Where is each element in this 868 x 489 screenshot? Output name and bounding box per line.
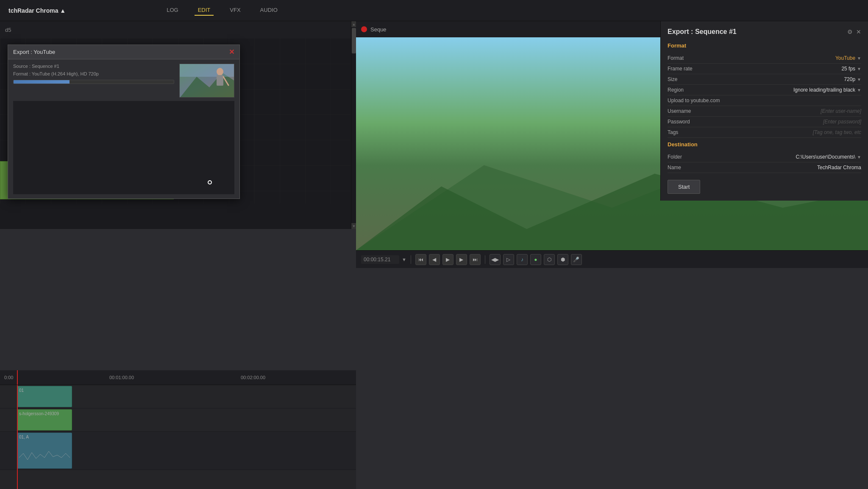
scroll-thumb[interactable] — [352, 28, 356, 53]
preview-title-bar: d5 — [0, 21, 356, 38]
track-label-v2: s-holgersson-249309 — [19, 411, 59, 416]
play-btn[interactable]: ▶ — [442, 254, 453, 265]
timeline-ruler: 0:00 00:01:00.00 00:02:00.00 00:03:00.00… — [0, 370, 356, 385]
start-button[interactable]: Start — [668, 180, 700, 194]
timeline-marker-0: 0:00 — [4, 375, 13, 380]
volume-btn[interactable]: ◀▶ — [490, 254, 501, 265]
destination-section-label: Destination — [668, 141, 861, 148]
region-label: Region — [668, 87, 684, 93]
record-btn[interactable]: ● — [530, 254, 541, 265]
in-btn[interactable]: ⬡ — [544, 254, 555, 265]
format-dropdown-arrow[interactable]: ▼ — [857, 56, 861, 61]
timecode-dropdown[interactable]: ▼ — [402, 257, 406, 262]
export-youtube-dialog: Export : YouTube ✕ Source : Sequence #1 … — [8, 45, 240, 199]
prev-frame-btn[interactable]: ◀ — [429, 254, 440, 265]
track-row-v1: 01 — [0, 385, 356, 408]
svg-rect-12 — [180, 64, 234, 77]
mic-btn[interactable]: 🎤 — [571, 254, 582, 265]
main-area: d5 ▲ ▼ 0:00 00:01:00.00 00:02:00.00 00:0… — [0, 21, 868, 489]
frame-rate-row: Frame rate 25 fps ▼ — [668, 64, 861, 74]
format-value-text: YouTube — [835, 55, 855, 61]
nav-tab-vfx[interactable]: VFX — [226, 5, 244, 16]
export-settings-title: Export : Sequence #1 — [668, 28, 737, 36]
next-frame-btn[interactable]: ▶ — [456, 254, 467, 265]
tags-label: Tags — [668, 129, 678, 135]
out-btn[interactable]: ⬢ — [557, 254, 568, 265]
export-progress-fill — [14, 80, 70, 84]
seq-title-label: Seque — [370, 26, 387, 33]
export-dialog-close-btn[interactable]: ✕ — [229, 48, 234, 56]
frame-rate-value[interactable]: 25 fps ▼ — [841, 66, 861, 72]
export-dialog-title-bar: Export : YouTube ✕ — [8, 45, 239, 59]
password-row: Password [Enter password] — [668, 117, 861, 127]
timeline-marker-1: 00:01:00.00 — [109, 375, 134, 380]
folder-dropdown-arrow[interactable]: ▼ — [857, 155, 861, 159]
export-main-row: Source : Sequence #1 Format : YouTube (H… — [13, 64, 234, 98]
size-value[interactable]: 720p ▼ — [844, 76, 861, 82]
track-clip-v1[interactable]: 01 — [17, 386, 72, 407]
region-value[interactable]: Ignore leading/trailing black ▼ — [793, 87, 861, 93]
size-dropdown-arrow[interactable]: ▼ — [857, 77, 861, 82]
password-label: Password — [668, 119, 690, 125]
format-value[interactable]: YouTube ▼ — [835, 55, 861, 61]
goto-start-btn[interactable]: ⏮ — [415, 254, 426, 265]
export-gear-icon[interactable]: ⚙ — [847, 28, 853, 35]
nav-tab-edit[interactable]: EDIT — [195, 5, 214, 16]
track-label-v1: 01 — [19, 388, 24, 393]
name-value[interactable]: TechRadar Chroma — [817, 165, 861, 170]
upload-row: Upload to youtube.com — [668, 95, 861, 106]
name-row: Name TechRadar Chroma — [668, 162, 861, 173]
nav-tab-audio[interactable]: AUDIO — [257, 5, 281, 16]
timeline-playhead — [17, 370, 18, 385]
export-info-col: Source : Sequence #1 Format : YouTube (H… — [13, 64, 174, 98]
folder-row: Folder C:\Users\user\Documents\ ▼ — [668, 152, 861, 162]
frame-rate-dropdown-arrow[interactable]: ▼ — [857, 67, 861, 71]
preview-label: d5 — [5, 27, 11, 33]
preview-scrollbar[interactable]: ▲ ▼ — [351, 21, 356, 229]
name-label: Name — [668, 165, 681, 170]
mute-btn[interactable]: ▷ — [503, 254, 514, 265]
tags-row: Tags [Tag one, tag two, etc — [668, 127, 861, 138]
thumbnail-preview — [180, 64, 234, 98]
transport-divider-1 — [411, 255, 411, 264]
audio-btn[interactable]: ♪ — [517, 254, 528, 265]
username-label: Username — [668, 108, 691, 114]
username-row: Username [Enter user-name] — [668, 106, 861, 117]
folder-value[interactable]: C:\Users\user\Documents\ ▼ — [796, 154, 861, 160]
format-label: Format — [668, 55, 684, 61]
timeline-playhead-line — [17, 385, 18, 489]
export-settings-panel: Export : Sequence #1 ⚙ ✕ Format Format Y… — [660, 21, 868, 201]
username-input[interactable]: [Enter user-name] — [821, 108, 861, 114]
track-clip-a1[interactable]: 01, A — [17, 433, 72, 469]
region-value-text: Ignore leading/trailing black — [793, 87, 855, 93]
timeline-tracks: 01 s-holgersson-249309 01, A — [0, 385, 356, 489]
frame-rate-label: Frame rate — [668, 66, 693, 72]
folder-label: Folder — [668, 154, 682, 160]
track-row-v2: s-holgersson-249309 — [0, 408, 356, 432]
goto-end-btn[interactable]: ⏭ — [470, 254, 481, 265]
size-row: Size 720p ▼ — [668, 74, 861, 85]
top-bar: tchRadar Chroma ▲ LOG EDIT VFX AUDIO — [0, 0, 868, 21]
right-panel: Seque — [356, 21, 868, 489]
export-content-area — [13, 101, 234, 194]
scroll-down-arrow[interactable]: ▼ — [351, 223, 356, 229]
region-dropdown-arrow[interactable]: ▼ — [857, 88, 861, 92]
waveform — [19, 449, 70, 466]
timeline-marker-2: 00:02:00.00 — [241, 375, 265, 380]
password-input[interactable]: [Enter password] — [823, 119, 861, 125]
seq-indicator-dot — [361, 26, 367, 32]
size-label: Size — [668, 76, 677, 82]
scroll-up-arrow[interactable]: ▲ — [351, 21, 356, 27]
size-value-text: 720p — [844, 76, 855, 82]
nav-tab-log[interactable]: LOG — [163, 5, 181, 16]
timeline-area: 0:00 00:01:00.00 00:02:00.00 00:03:00.00… — [0, 370, 356, 489]
track-label-a1: 01, A — [19, 435, 29, 439]
track-clip-v2[interactable]: s-holgersson-249309 — [17, 409, 72, 430]
tags-input[interactable]: [Tag one, tag two, etc — [813, 129, 861, 135]
format-section-label: Format — [668, 42, 861, 49]
svg-point-13 — [217, 68, 223, 75]
playback-bar: 00:00:15.21 ▼ ⏮ ◀ ▶ ▶ ⏭ ◀▶ ▷ ♪ ● ⬡ ⬢ 🎤 — [356, 250, 868, 268]
export-settings-title-bar: Export : Sequence #1 ⚙ ✕ — [668, 28, 861, 36]
export-dialog-body: Source : Sequence #1 Format : YouTube (H… — [8, 59, 239, 198]
export-close-icon[interactable]: ✕ — [856, 28, 861, 35]
